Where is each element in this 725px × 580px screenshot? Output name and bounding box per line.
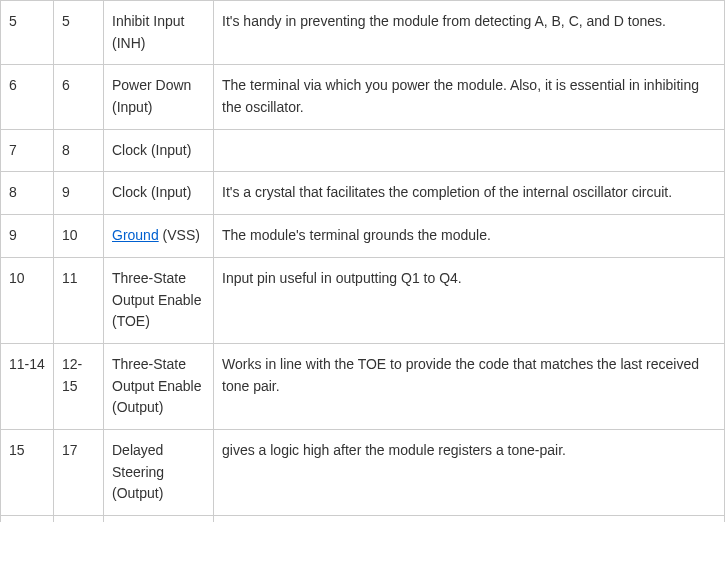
cell-col2: 6 <box>54 65 104 129</box>
cell-col2: 12-15 <box>54 343 104 429</box>
cell-pin-name: Ground (VSS) <box>104 215 214 258</box>
table-row: 10 11 Three-State Output Enable (TOE) In… <box>1 257 725 343</box>
cell-pin-name-suffix: (VSS) <box>159 227 200 243</box>
table-row-partial <box>1 516 725 522</box>
cell-pin-name: Inhibit Input (INH) <box>104 1 214 65</box>
cell-description: It's handy in preventing the module from… <box>214 1 725 65</box>
table-row: 6 6 Power Down (Input) The terminal via … <box>1 65 725 129</box>
cell-description: The module's terminal grounds the module… <box>214 215 725 258</box>
cell-empty <box>214 516 725 522</box>
table-row: 8 9 Clock (Input) It's a crystal that fa… <box>1 172 725 215</box>
table-row: 5 5 Inhibit Input (INH) It's handy in pr… <box>1 1 725 65</box>
cell-col1: 11-14 <box>1 343 54 429</box>
cell-description: Works in line with the TOE to provide th… <box>214 343 725 429</box>
cell-empty <box>54 516 104 522</box>
cell-pin-name: Three-State Output Enable (TOE) <box>104 257 214 343</box>
table-row: 9 10 Ground (VSS) The module's terminal … <box>1 215 725 258</box>
cell-empty <box>1 516 54 522</box>
cell-description: Input pin useful in outputting Q1 to Q4. <box>214 257 725 343</box>
cell-col2: 8 <box>54 129 104 172</box>
table-row: 7 8 Clock (Input) <box>1 129 725 172</box>
table-row: 15 17 Delayed Steering (Output) gives a … <box>1 429 725 515</box>
cell-description: The terminal via which you power the mod… <box>214 65 725 129</box>
cell-col2: 9 <box>54 172 104 215</box>
cell-pin-name: Clock (Input) <box>104 129 214 172</box>
cell-col1: 7 <box>1 129 54 172</box>
cell-col1: 10 <box>1 257 54 343</box>
pin-description-table: 5 5 Inhibit Input (INH) It's handy in pr… <box>0 0 725 522</box>
cell-col1: 6 <box>1 65 54 129</box>
cell-col1: 5 <box>1 1 54 65</box>
cell-col2: 10 <box>54 215 104 258</box>
cell-col1: 8 <box>1 172 54 215</box>
cell-description: It's a crystal that facilitates the comp… <box>214 172 725 215</box>
cell-pin-name: Delayed Steering (Output) <box>104 429 214 515</box>
cell-col1: 15 <box>1 429 54 515</box>
cell-pin-name: Clock (Input) <box>104 172 214 215</box>
cell-pin-name: Power Down (Input) <box>104 65 214 129</box>
cell-empty <box>104 516 214 522</box>
ground-link[interactable]: Ground <box>112 227 159 243</box>
cell-pin-name: Three-State Output Enable (Output) <box>104 343 214 429</box>
table-row: 11-14 12-15 Three-State Output Enable (O… <box>1 343 725 429</box>
cell-col2: 17 <box>54 429 104 515</box>
cell-col2: 5 <box>54 1 104 65</box>
cell-col2: 11 <box>54 257 104 343</box>
cell-description: gives a logic high after the module regi… <box>214 429 725 515</box>
cell-description <box>214 129 725 172</box>
cell-col1: 9 <box>1 215 54 258</box>
